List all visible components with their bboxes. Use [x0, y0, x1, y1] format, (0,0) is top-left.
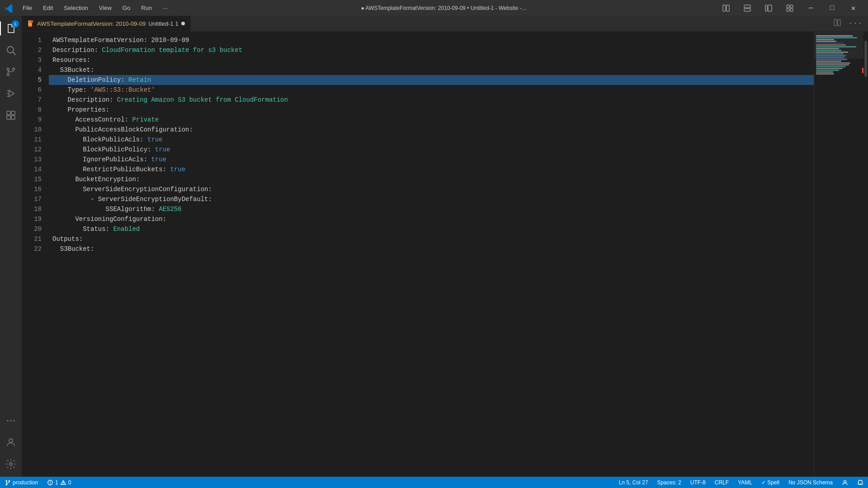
svg-point-12 — [7, 68, 9, 70]
split-editor-button[interactable] — [716, 0, 736, 16]
active-tab[interactable]: YML AWSTemplateFormatVersion: 2010-09-09… — [22, 16, 191, 31]
minimap-content — [814, 32, 863, 79]
activity-account[interactable] — [0, 432, 22, 453]
svg-point-35 — [9, 480, 10, 482]
code-line-22: S3Bucket: — [49, 244, 814, 254]
notification-bell-icon — [857, 479, 863, 486]
code-line-7: Description: Creating Amazon S3 bucket f… — [49, 95, 814, 105]
status-account[interactable] — [837, 477, 853, 488]
svg-text:YML: YML — [29, 23, 33, 25]
svg-rect-21 — [7, 116, 10, 119]
svg-point-42 — [844, 480, 846, 483]
line-num-20: 20 — [22, 224, 49, 234]
status-errors-warnings[interactable]: 1 0 — [42, 477, 75, 488]
code-line-13: IgnorePublicAcls: true — [49, 155, 814, 164]
svg-point-23 — [7, 420, 9, 422]
title-bar-right: — □ ✕ — [716, 0, 863, 16]
activity-files[interactable]: 1 — [0, 18, 22, 39]
menu-run[interactable]: Run — [137, 3, 156, 13]
svg-point-25 — [14, 420, 15, 422]
line-num-5: 5 — [22, 75, 49, 85]
menu-more[interactable]: ··· — [158, 3, 172, 13]
scrollbar-thumb[interactable] — [864, 41, 867, 77]
code-line-20: Status: Enabled — [49, 224, 814, 234]
code-area[interactable]: AWSTemplateFormatVersion: 2010-09-09 Des… — [49, 32, 814, 477]
tab-actions: ··· — [828, 16, 868, 31]
scrollbar-track[interactable] — [863, 32, 868, 477]
line-num-10: 10 — [22, 125, 49, 135]
activity-run-debug[interactable] — [0, 83, 22, 104]
menu-view[interactable]: View — [94, 3, 116, 13]
svg-rect-0 — [723, 5, 726, 11]
svg-rect-5 — [768, 5, 772, 11]
status-spaces[interactable]: Spaces: 2 — [652, 477, 685, 488]
activity-settings[interactable] — [0, 453, 22, 475]
svg-line-11 — [13, 52, 16, 55]
svg-point-33 — [6, 480, 8, 482]
activity-search[interactable] — [0, 39, 22, 61]
status-language[interactable]: YAML — [733, 477, 757, 488]
status-json-schema[interactable]: No JSON Schema — [784, 477, 837, 488]
title-bar: File Edit Selection View Go Run ··· ● AW… — [0, 0, 868, 16]
line-num-4: 4 — [22, 65, 49, 75]
status-position[interactable]: Ln 5, Col 27 — [614, 477, 653, 488]
yaml-file-icon: YML — [27, 20, 34, 27]
svg-point-13 — [7, 74, 9, 76]
status-notifications[interactable] — [853, 477, 868, 488]
status-spell[interactable]: ✓ Spell — [757, 477, 784, 488]
line-num-11: 11 — [22, 135, 49, 145]
menu-edit[interactable]: Edit — [38, 3, 57, 13]
line-num-15: 15 — [22, 174, 49, 184]
menu-file[interactable]: File — [18, 3, 37, 13]
code-line-19: VersioningConfiguration: — [49, 214, 814, 224]
warning-count: 0 — [68, 479, 71, 486]
activity-extensions[interactable] — [0, 104, 22, 126]
title-bar-left: File Edit Selection View Go Run ··· — [5, 3, 172, 13]
svg-point-14 — [13, 68, 15, 70]
minimap[interactable] — [814, 32, 863, 477]
editor-layout-button[interactable] — [737, 0, 757, 16]
activity-source-control[interactable] — [0, 61, 22, 83]
window-title: ● AWSTemplateFormatVersion: 2010-09-09 •… — [172, 5, 716, 11]
svg-rect-29 — [31, 20, 33, 23]
menu-go[interactable]: Go — [118, 3, 135, 13]
status-line-ending[interactable]: CRLF — [710, 477, 733, 488]
more-actions-button[interactable]: ··· — [846, 18, 864, 29]
line-num-22: 22 — [22, 244, 49, 254]
code-line-15: BucketEncryption: — [49, 174, 814, 184]
menu-selection[interactable]: Selection — [59, 3, 92, 13]
minimize-button[interactable]: — — [801, 0, 821, 16]
activity-more[interactable] — [0, 410, 22, 432]
code-line-18: SSEAlgorithm: AES256 — [49, 204, 814, 214]
close-button[interactable]: ✕ — [843, 0, 863, 16]
line-num-12: 12 — [22, 145, 49, 155]
line-num-16: 16 — [22, 184, 49, 194]
svg-point-34 — [6, 483, 8, 485]
editor-content[interactable]: 1 2 3 4 5 6 7 8 9 10 11 12 13 14 15 16 1… — [22, 32, 868, 477]
code-line-8: Properties: — [49, 105, 814, 115]
status-encoding[interactable]: UTF-8 — [686, 477, 710, 488]
vscode-logo — [5, 4, 14, 13]
svg-point-39 — [50, 483, 50, 484]
language-label: YAML — [738, 479, 752, 486]
code-line-4: S3Bucket: — [49, 65, 814, 75]
line-num-18: 18 — [22, 204, 49, 214]
line-num-7: 7 — [22, 95, 49, 105]
svg-rect-3 — [744, 9, 750, 11]
code-line-17: - ServerSideEncryptionByDefault: — [49, 194, 814, 204]
main-area: 1 — [0, 16, 868, 477]
status-git-branch[interactable]: production — [0, 477, 42, 488]
svg-rect-2 — [744, 5, 750, 8]
line-ending-label: CRLF — [715, 479, 729, 486]
svg-rect-9 — [790, 9, 793, 11]
sidebar-layout-button[interactable] — [758, 0, 778, 16]
customize-layout-button[interactable] — [779, 0, 800, 16]
svg-point-27 — [9, 463, 12, 465]
files-badge: 1 — [12, 20, 19, 28]
maximize-button[interactable]: □ — [822, 0, 842, 16]
activity-bar: 1 — [0, 16, 22, 477]
svg-rect-19 — [7, 111, 10, 115]
split-editor-right-button[interactable] — [832, 18, 843, 29]
encoding-label: UTF-8 — [690, 479, 706, 486]
svg-point-24 — [10, 420, 12, 422]
